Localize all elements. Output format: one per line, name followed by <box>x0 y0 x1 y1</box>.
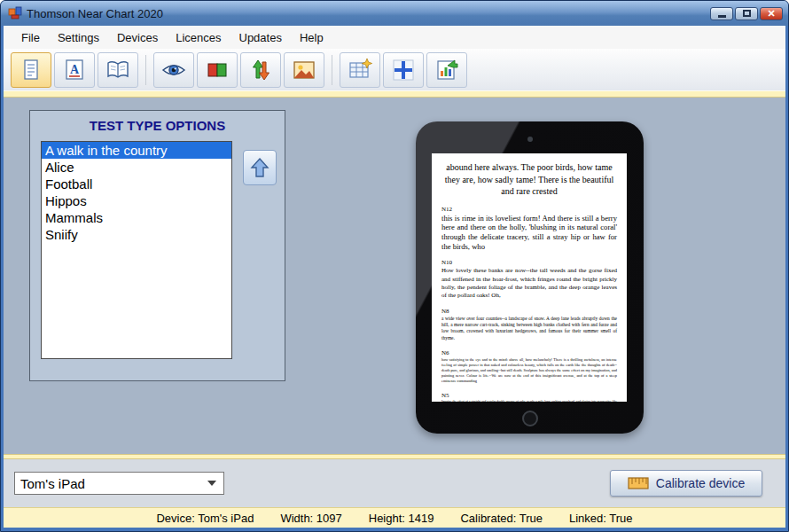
eye-icon <box>160 59 187 82</box>
toolbar: A <box>4 49 785 90</box>
sort-arrows-icon <box>248 58 273 82</box>
close-icon: ✕ <box>767 9 775 19</box>
status-width: Width: 1097 <box>280 512 341 525</box>
status-height: Height: 1419 <box>369 512 434 525</box>
up-arrow-icon <box>249 156 270 179</box>
toolbar-button-letter-chart[interactable]: A <box>54 52 95 88</box>
chevron-down-icon <box>207 481 216 486</box>
toolbar-button-results[interactable] <box>426 52 467 88</box>
list-item[interactable]: Mammals <box>42 209 231 226</box>
near-chart-preview: abound here always. The poor birds, how … <box>432 153 627 402</box>
chart-size-label: N5 <box>441 392 617 399</box>
ruler-icon <box>628 476 649 490</box>
minimize-icon <box>718 15 726 18</box>
chart-paragraph: a wide view over four counties--a landsc… <box>441 316 617 341</box>
toolbar-button-image-chart[interactable] <box>284 52 324 88</box>
menu-updates[interactable]: Updates <box>230 27 291 48</box>
calibrate-device-label: Calibrate device <box>656 476 745 490</box>
list-item[interactable]: A walk in the country <box>42 142 231 159</box>
device-select[interactable]: Tom's iPad <box>14 472 224 495</box>
menu-licences[interactable]: Licences <box>167 27 230 48</box>
table-star-icon <box>347 58 373 82</box>
menu-help[interactable]: Help <box>291 27 332 48</box>
status-device: Device: Tom's iPad <box>156 512 254 525</box>
camera-icon <box>527 137 533 142</box>
title-bar[interactable]: Thomson Near Chart 2020 ✕ <box>1 1 788 26</box>
book-icon <box>105 58 130 82</box>
home-button-icon <box>522 411 538 426</box>
test-type-listbox[interactable]: A walk in the country Alice Football Hip… <box>41 141 232 359</box>
toolbar-button-sort-order[interactable] <box>240 52 281 88</box>
list-item[interactable]: Hippos <box>42 192 231 209</box>
duochrome-icon <box>205 59 230 82</box>
document-icon <box>20 58 43 82</box>
minimize-button[interactable] <box>710 7 733 20</box>
menu-settings[interactable]: Settings <box>49 27 108 48</box>
list-item[interactable]: Alice <box>42 159 231 176</box>
maximize-icon <box>743 10 751 17</box>
toolbar-button-visual-test[interactable] <box>153 52 194 88</box>
app-icon <box>8 6 22 20</box>
toolbar-button-fixation[interactable] <box>383 52 424 88</box>
toolbar-button-near-chart[interactable] <box>11 52 51 88</box>
chart-size-label: N12 <box>441 206 617 213</box>
chart-heading-text: abound here always. The poor birds, how … <box>441 161 617 198</box>
chart-size-label: N8 <box>441 308 617 315</box>
list-item[interactable]: Sniify <box>42 226 231 243</box>
maximize-button[interactable] <box>735 7 758 20</box>
toolbar-button-duochrome[interactable] <box>197 52 238 88</box>
device-bar: Tom's iPad Calibrate device <box>4 459 785 507</box>
menu-bar: File Settings Devices Licences Updates H… <box>4 26 785 49</box>
toolbar-button-new-chart[interactable] <box>340 52 380 88</box>
status-calibrated: Calibrated: True <box>460 512 543 525</box>
status-linked: Linked: True <box>569 512 633 525</box>
device-select-value: Tom's iPad <box>20 476 207 491</box>
calibrate-device-button[interactable]: Calibrate device <box>610 470 762 497</box>
font-icon: A <box>63 58 86 82</box>
menu-devices[interactable]: Devices <box>108 27 167 48</box>
app-window: Thomson Near Chart 2020 ✕ File Settings … <box>0 0 789 532</box>
toolbar-separator <box>332 55 332 85</box>
test-type-panel: TEST TYPE OPTIONS A walk in the country … <box>29 110 285 381</box>
close-button[interactable]: ✕ <box>760 7 783 20</box>
panel-title: TEST TYPE OPTIONS <box>30 118 285 133</box>
chart-size-label: N6 <box>441 349 617 356</box>
toolbar-separator <box>145 55 146 85</box>
list-item[interactable]: Football <box>42 176 231 192</box>
svg-text:A: A <box>70 63 80 76</box>
window-title: Thomson Near Chart 2020 <box>27 6 710 20</box>
chart-paragraph: How lovely these banks are now--the tall… <box>441 267 617 299</box>
toolbar-divider-strip <box>4 90 785 98</box>
chart-paragraph: how satisfying to the eye and to the min… <box>441 357 617 384</box>
move-up-button[interactable] <box>243 150 277 185</box>
toolbar-button-reading-text[interactable] <box>98 52 138 88</box>
crosshair-icon <box>391 58 416 82</box>
status-bar: Device: Tom's iPad Width: 1097 Height: 1… <box>4 507 785 528</box>
chart-arrow-icon <box>434 58 459 82</box>
main-area: TEST TYPE OPTIONS A walk in the country … <box>4 98 785 454</box>
device-preview: abound here always. The poor birds, how … <box>416 121 644 434</box>
chart-paragraph: this is rime in its loveliest form! And … <box>441 214 617 252</box>
chart-paragraph: Imagine the effect of a straight and reg… <box>441 400 617 402</box>
image-icon <box>292 59 316 82</box>
chart-size-label: N10 <box>441 259 617 266</box>
menu-file[interactable]: File <box>12 27 49 48</box>
